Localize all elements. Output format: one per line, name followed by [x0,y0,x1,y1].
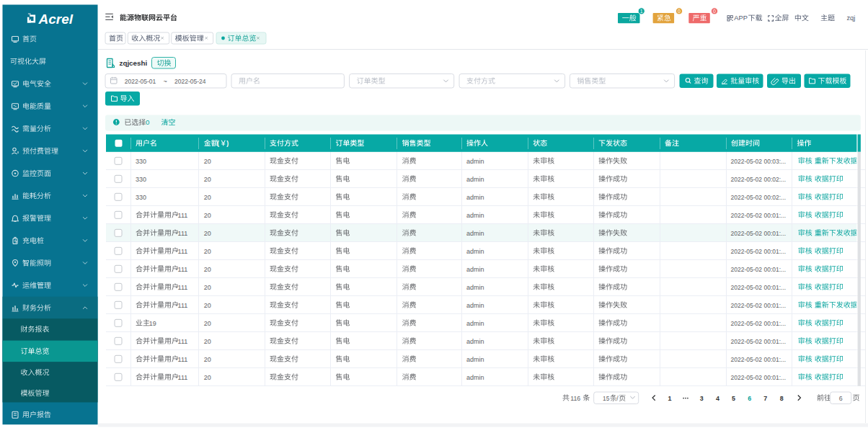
svg-text:2022-05-02 00:01:...: 2022-05-02 00:01:... [731,230,787,237]
svg-text:zqjceshi: zqjceshi [120,59,148,67]
svg-text:2022-05-02 00:01:...: 2022-05-02 00:01:... [731,356,787,363]
svg-text:15: 15 [603,395,610,402]
svg-text:2022-05-02 00:01:...: 2022-05-02 00:01:... [731,338,787,345]
svg-text:2022-05-02 00:01:...: 2022-05-02 00:01:... [731,266,787,273]
svg-text:20: 20 [204,374,211,381]
svg-text:111: 111 [178,356,188,363]
svg-text:admin: admin [466,212,484,219]
svg-text:19: 19 [149,320,156,327]
svg-text:111: 111 [178,212,188,219]
svg-text:2022-05-02 00:01:...: 2022-05-02 00:01:... [731,248,787,255]
svg-text:20: 20 [204,302,211,309]
svg-text:20: 20 [204,230,211,237]
svg-text:admin: admin [466,248,484,255]
svg-text:6: 6 [748,395,751,402]
svg-text:330: 330 [136,194,146,201]
svg-text:admin: admin [466,284,484,291]
svg-text:(: ( [217,140,219,147]
svg-text:330: 330 [136,158,146,165]
svg-text:2022-05-02 00:01:...: 2022-05-02 00:01:... [731,374,787,381]
svg-text:zqj: zqj [846,14,855,22]
svg-text:20: 20 [204,176,211,183]
svg-text:20: 20 [204,212,211,219]
svg-text:0: 0 [713,9,716,14]
svg-text:admin: admin [466,356,484,363]
svg-text:2022-05-02 00:01:...: 2022-05-02 00:01:... [731,284,787,291]
svg-text:admin: admin [466,338,484,345]
svg-text:116: 116 [570,395,580,402]
svg-text:5: 5 [732,395,735,402]
svg-text:1: 1 [668,395,671,402]
svg-text:20: 20 [204,284,211,291]
svg-text:admin: admin [466,374,484,381]
svg-text:admin: admin [466,158,484,165]
svg-text:6: 6 [839,395,843,402]
svg-text:~: ~ [164,78,167,85]
svg-text:4: 4 [716,395,719,402]
svg-text:111: 111 [178,266,188,273]
svg-text:admin: admin [466,302,484,309]
svg-text:2022-05-02 00:02:...: 2022-05-02 00:02:... [731,176,787,183]
svg-text:111: 111 [178,230,188,237]
svg-text:2022-05-02 00:01:...: 2022-05-02 00:01:... [731,320,787,327]
svg-text:8: 8 [780,395,784,402]
svg-text:20: 20 [204,356,211,363]
svg-text:admin: admin [466,266,484,273]
svg-text:20: 20 [204,266,211,273]
svg-text:2022-05-02 00:01:...: 2022-05-02 00:01:... [731,302,787,309]
svg-text:7: 7 [763,395,767,402]
svg-text:111: 111 [178,302,188,309]
svg-text:330: 330 [136,176,146,183]
svg-text:): ) [226,140,229,147]
svg-text:111: 111 [178,248,188,255]
svg-text:2022-05-01: 2022-05-01 [125,78,156,85]
svg-text:0: 0 [678,9,681,14]
svg-text:Acrel: Acrel [38,12,74,27]
svg-text:20: 20 [204,320,211,327]
svg-text:admin: admin [466,320,484,327]
svg-text:2022-05-02 00:03:...: 2022-05-02 00:03:... [731,158,787,165]
svg-text:2022-05-02 00:01:...: 2022-05-02 00:01:... [731,212,787,219]
svg-text:111: 111 [178,284,188,291]
svg-text:admin: admin [466,176,484,183]
svg-text:20: 20 [204,338,211,345]
svg-text:0: 0 [146,118,150,126]
svg-text:111: 111 [178,374,188,381]
svg-text:APP: APP [734,14,748,22]
svg-text:2022-05-02 00:02:...: 2022-05-02 00:02:... [731,194,787,201]
svg-text:1: 1 [640,9,643,14]
svg-text:20: 20 [204,248,211,255]
svg-text:2022-05-24: 2022-05-24 [174,78,206,85]
svg-text:20: 20 [204,158,211,165]
svg-text:admin: admin [466,194,484,201]
svg-text:20: 20 [204,194,211,201]
svg-text:admin: admin [466,230,484,237]
svg-text:3: 3 [700,395,704,402]
svg-text:111: 111 [178,338,188,345]
